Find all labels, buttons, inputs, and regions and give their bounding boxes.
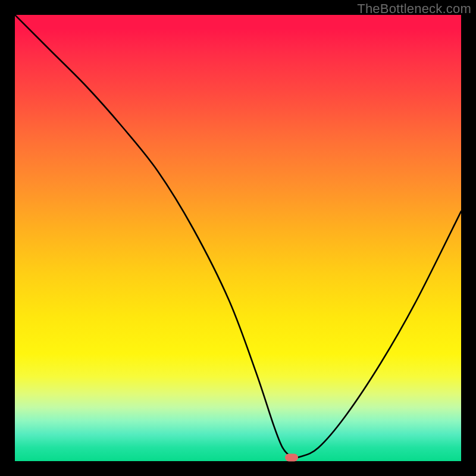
chart-frame: TheBottleneck.com — [0, 0, 476, 476]
bottleneck-curve — [15, 15, 461, 461]
plot-area — [15, 15, 461, 461]
optimal-point-marker — [285, 454, 298, 462]
